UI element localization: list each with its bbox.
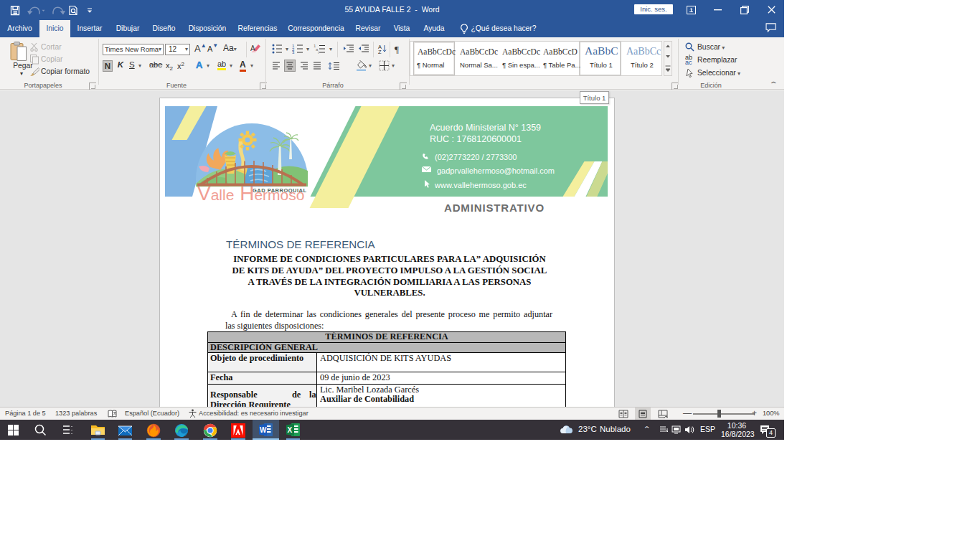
svg-text:¶: ¶ — [395, 44, 399, 54]
svg-text:Acuerdo Ministerial N° 1359: Acuerdo Ministerial N° 1359 — [430, 123, 541, 133]
svg-text:W: W — [260, 426, 267, 434]
svg-text:(02)2773220 / 2773300: (02)2773220 / 2773300 — [435, 153, 517, 161]
svg-text:A: A — [250, 44, 255, 52]
svg-text:www.vallehermoso.gob.ec: www.vallehermoso.gob.ec — [434, 181, 527, 189]
svg-text:Z: Z — [378, 49, 382, 54]
svg-text:gadprvallehermoso@hotmail.com: gadprvallehermoso@hotmail.com — [437, 166, 555, 175]
svg-text:3: 3 — [292, 50, 295, 54]
svg-text:X: X — [288, 426, 293, 434]
svg-text:RUC : 1768120600001: RUC : 1768120600001 — [430, 134, 522, 144]
svg-text:i: i — [318, 50, 319, 54]
